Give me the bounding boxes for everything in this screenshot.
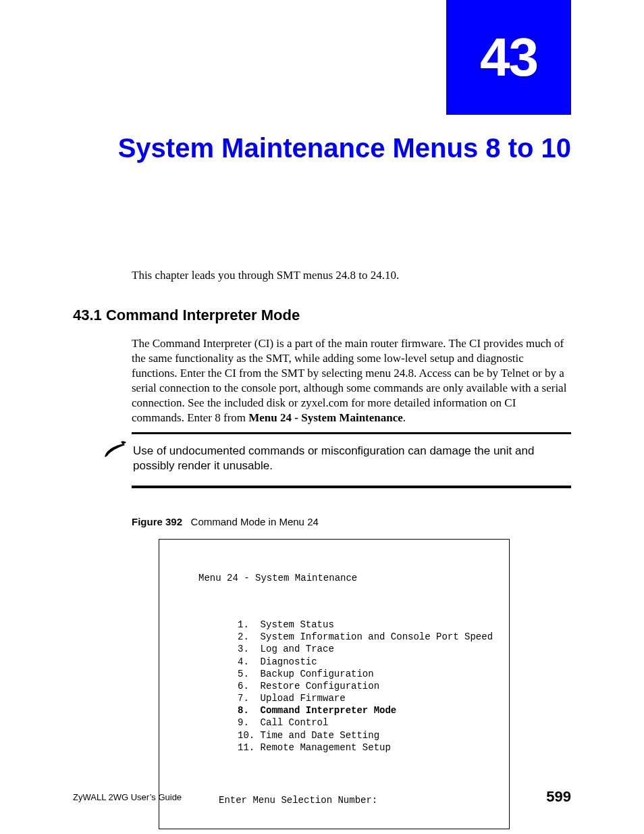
- page-footer: ZyWALL 2WG User’s Guide 599: [73, 788, 571, 806]
- section-heading: 43.1 Command Interpreter Mode: [73, 307, 300, 324]
- note-text: Use of undocumented commands or misconfi…: [133, 444, 571, 473]
- note-rule-bottom: [132, 486, 571, 488]
- footer-guide-name: ZyWALL 2WG User’s Guide: [73, 792, 182, 802]
- footer-page-number: 599: [546, 788, 571, 806]
- menu-reference-bold: Menu 24 - System Maintenance: [248, 411, 403, 424]
- chapter-number: 43: [480, 26, 537, 88]
- section-body: The Command Interpreter (CI) is a part o…: [132, 336, 571, 426]
- note-pencil-icon: [103, 440, 128, 459]
- terminal-menu-items: 1. System Status 2. System Information a…: [238, 619, 500, 754]
- terminal-box: Menu 24 - System Maintenance 1. System S…: [159, 539, 510, 829]
- figure-caption-text: Command Mode in Menu 24: [191, 516, 319, 527]
- terminal-menu-title: Menu 24 - System Maintenance: [198, 572, 500, 584]
- figure-label: Figure 392: [132, 516, 182, 527]
- section-body-after: .: [403, 411, 406, 424]
- note-rule-top: [132, 432, 571, 434]
- figure-caption: Figure 392 Command Mode in Menu 24: [132, 516, 319, 527]
- chapter-title: System Maintenance Menus 8 to 10: [73, 132, 571, 164]
- note-content: Use of undocumented commands or misconfi…: [132, 444, 571, 473]
- note-block: Use of undocumented commands or misconfi…: [132, 432, 571, 488]
- chapter-intro: This chapter leads you through SMT menus…: [132, 269, 571, 282]
- chapter-number-box: 43: [446, 0, 571, 115]
